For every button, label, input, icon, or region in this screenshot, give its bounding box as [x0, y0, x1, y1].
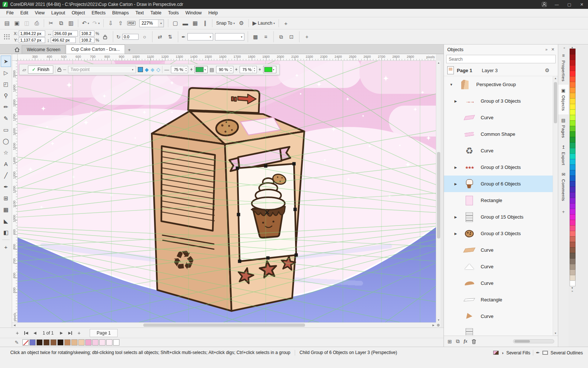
object-thumbnail[interactable]	[462, 227, 476, 240]
docker-tab-export[interactable]: ↥Export	[558, 141, 569, 169]
document-palette-swatch[interactable]	[99, 339, 105, 346]
freehand-tool[interactable]: ✏	[1, 101, 11, 113]
palette-swatch[interactable]	[570, 225, 576, 231]
selection-handle[interactable]	[264, 164, 268, 168]
left-plane-icon[interactable]: ◆	[145, 67, 149, 72]
palette-swatch[interactable]	[570, 54, 576, 60]
open-document-button[interactable]: ▣	[12, 18, 22, 28]
document-tab-cup-cake-carton-dra-[interactable]: Cup Cake Carton - Dra...	[66, 45, 125, 54]
cut-button[interactable]: ✂	[46, 18, 56, 28]
menu-view[interactable]: View	[32, 9, 48, 17]
wall-opacity-input[interactable]	[240, 66, 252, 73]
two-point-line-tool[interactable]: ╱	[1, 170, 11, 181]
object-thumbnail[interactable]	[462, 160, 476, 174]
docker-tab-objects[interactable]: ▣Objects	[558, 85, 569, 114]
object-thumbnail[interactable]	[462, 243, 476, 257]
object-thumbnail[interactable]	[462, 127, 476, 141]
top-plane-icon[interactable]: ◇	[156, 67, 160, 72]
rectangle-tool[interactable]: ▭	[1, 124, 11, 135]
tree-item-common-shape[interactable]: Common Shape	[444, 126, 558, 142]
picker-plus-icon[interactable]: +	[259, 67, 261, 72]
tree-item-curve[interactable]: Curve	[444, 142, 558, 159]
fullscreen-preview-button[interactable]: ▢	[171, 18, 180, 28]
palette-eyedropper-icon[interactable]: ✎	[15, 340, 19, 345]
finish-button[interactable]: ✓Finish	[28, 66, 53, 74]
menu-bitmaps[interactable]: Bitmaps	[109, 9, 132, 17]
zoom-corner-icon[interactable]: ⊕	[436, 322, 441, 328]
polygon-tool[interactable]: ☆	[1, 147, 11, 158]
ruler-origin-corner[interactable]	[12, 54, 18, 61]
menu-effects[interactable]: Effects	[88, 9, 109, 17]
layer-label[interactable]: Layer 3	[482, 68, 498, 73]
palette-scroll-down-icon[interactable]: ▾	[571, 286, 588, 290]
palette-swatch[interactable]	[570, 209, 576, 215]
close-button[interactable]: ✕	[576, 0, 588, 9]
horizontal-scrollbar[interactable]: ◀ ▶	[12, 322, 436, 328]
tree-item-rectangle[interactable]: Rectangle	[444, 291, 558, 308]
align-distribute-button[interactable]: ≡	[262, 32, 270, 41]
rotation-angle-field[interactable]	[122, 34, 139, 40]
palette-swatch[interactable]	[570, 236, 576, 242]
publish-pdf-button[interactable]: PDF	[126, 18, 137, 28]
canvas-illustration[interactable]: ♻	[18, 61, 436, 322]
show-grid-button[interactable]: ▦	[190, 18, 200, 28]
palette-swatch[interactable]	[570, 148, 576, 154]
spinner-arrows-icon[interactable]: ▴▾	[184, 66, 188, 73]
add-page-button[interactable]: +	[13, 329, 21, 337]
maximize-button[interactable]: ▢	[563, 0, 576, 9]
selection-handle[interactable]	[237, 213, 240, 216]
tree-item-rectangle[interactable]: Rectangle	[444, 192, 558, 209]
add-docker-button[interactable]: +	[562, 209, 565, 215]
expand-icon[interactable]: ▶	[453, 166, 458, 169]
docker-tab-pages[interactable]: ▤Pages	[558, 114, 569, 141]
artistic-media-tool[interactable]: ✎	[1, 113, 11, 124]
scroll-down-icon[interactable]: ▼	[553, 331, 558, 336]
redo-button[interactable]: ↷▾	[91, 18, 101, 28]
add-page-button-2[interactable]: +	[75, 329, 83, 337]
selection-handle[interactable]	[293, 162, 296, 166]
docker-tab-comments[interactable]: ✉Comments	[558, 169, 569, 205]
object-thumbnail[interactable]	[462, 293, 476, 307]
line-style-select[interactable]: ▾	[215, 33, 244, 40]
docker-tab-properties[interactable]: ≡Properties	[558, 50, 569, 85]
scale-width-field[interactable]	[80, 31, 94, 36]
object-height-field[interactable]	[51, 37, 76, 43]
horizon-opacity-spinner[interactable]: ▴▾	[171, 66, 188, 73]
right-plane-icon[interactable]: ◆	[151, 67, 155, 72]
palette-swatch[interactable]	[570, 104, 576, 110]
tree-item-curve[interactable]: Curve	[444, 275, 558, 291]
object-thumbnail[interactable]	[458, 78, 472, 91]
effects-button[interactable]: fx	[464, 339, 467, 344]
show-rulers-button[interactable]: ▬	[180, 18, 190, 28]
palette-swatch[interactable]	[570, 170, 576, 176]
previous-page-button[interactable]: ◀	[31, 329, 39, 337]
object-thumbnail[interactable]	[462, 94, 476, 108]
palette-swatch[interactable]	[570, 76, 576, 82]
palette-swatch[interactable]	[570, 126, 576, 132]
palette-swatch[interactable]	[570, 49, 576, 54]
scroll-right-icon[interactable]: ▶	[431, 323, 436, 328]
palette-swatch[interactable]	[570, 115, 576, 121]
ellipse-tool[interactable]: ◯	[1, 135, 11, 147]
horizontal-ruler[interactable]: pixels3004005006007008009001000110012001…	[18, 54, 436, 61]
object-thumbnail[interactable]	[462, 260, 476, 273]
first-page-button[interactable]: ◀	[22, 329, 30, 337]
palette-swatch[interactable]	[570, 242, 576, 248]
palette-swatch[interactable]	[570, 253, 576, 259]
palette-swatch[interactable]	[570, 220, 576, 226]
text-tool[interactable]: A	[1, 158, 11, 170]
save-button[interactable]: ◫	[22, 18, 32, 28]
palette-swatch[interactable]	[570, 98, 576, 104]
object-thumbnail[interactable]	[462, 210, 476, 224]
interactive-fill-tool[interactable]: ◧	[1, 227, 11, 238]
object-thumbnail[interactable]	[462, 326, 476, 335]
expand-icon[interactable]: ▶	[453, 232, 458, 236]
to-back-button[interactable]: ⊡	[287, 32, 296, 41]
edit-perspective-icon[interactable]: ▱	[22, 67, 26, 72]
menu-help[interactable]: Help	[205, 9, 221, 17]
outline-width-select[interactable]: ▾	[187, 33, 213, 40]
dock-chevrons-icon[interactable]: »	[545, 47, 548, 52]
grid-opacity-icon[interactable]: ▤	[209, 67, 214, 72]
spinner-arrows-icon[interactable]: ▴▾	[229, 66, 233, 73]
new-master-layer-button[interactable]: ⧉	[456, 338, 460, 344]
